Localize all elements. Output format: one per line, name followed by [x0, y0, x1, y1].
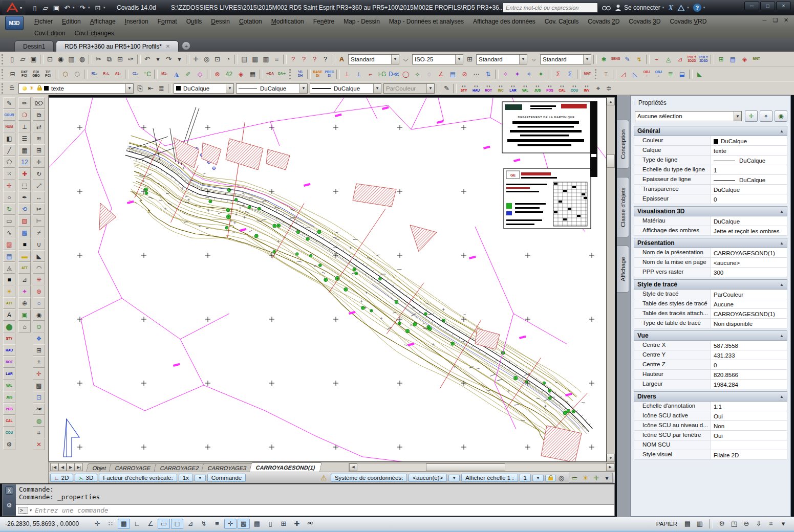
cells-icon[interactable]: ▤: [251, 519, 263, 529]
chevron-down-icon[interactable]: ▼: [299, 84, 307, 93]
tray-caret-icon[interactable]: ▾: [778, 519, 789, 529]
collapse-icon[interactable]: ▲: [780, 209, 784, 214]
rect2-icon[interactable]: ⬚: [18, 180, 31, 191]
property-value[interactable]: Aucune: [711, 299, 787, 308]
minimize-button[interactable]: ─: [744, 2, 759, 10]
offset-icon[interactable]: ≋: [33, 132, 45, 144]
grid-icon[interactable]: ⊞: [715, 53, 727, 65]
snap-icon[interactable]: ✛: [91, 519, 103, 529]
toolbar-grip[interactable]: [2, 54, 5, 64]
cour-icon[interactable]: COUR: [3, 109, 15, 121]
jus-text-icon[interactable]: JUS: [3, 391, 15, 403]
ucs2-icon[interactable]: ○: [33, 297, 45, 309]
sketch-icon[interactable]: ✐: [182, 68, 194, 80]
zfet2-icon[interactable]: Z=ƒ: [304, 519, 316, 529]
property-value[interactable]: DuCalque: [711, 175, 787, 184]
preview-icon[interactable]: ◉: [55, 54, 66, 65]
table-style-icon[interactable]: ⊞: [464, 54, 475, 65]
point-topo-icon[interactable]: ⬡: [59, 68, 71, 80]
mirror-icon[interactable]: ⇄: [33, 121, 45, 132]
command-mode-button[interactable]: Commande: [207, 474, 246, 482]
pen3-icon[interactable]: ✒: [18, 191, 31, 203]
extend-icon[interactable]: ⊢: [33, 215, 45, 227]
layer-properties-icon[interactable]: ≞: [7, 83, 17, 94]
dim-style-icon[interactable]: ⌵: [400, 54, 411, 65]
property-value[interactable]: DuCalque: [711, 216, 787, 226]
att-icon[interactable]: ATT: [3, 297, 15, 309]
att2-icon[interactable]: ATT: [18, 262, 31, 274]
home-icon[interactable]: ⌂: [18, 321, 31, 332]
poly-2d3d-icon[interactable]: POLY 2D3D: [698, 53, 710, 65]
profil-3d-icon[interactable]: ◬: [662, 53, 674, 65]
exchange-x-logo[interactable]: X: [668, 4, 673, 12]
first-tab-icon[interactable]: |◀: [50, 463, 58, 471]
pt-d-icon[interactable]: ✦: [535, 68, 547, 80]
scroll-up-icon[interactable]: ▲: [607, 97, 615, 105]
chamfer-icon[interactable]: ◣: [33, 250, 45, 262]
da-import-icon[interactable]: ➔DA: [264, 68, 276, 80]
fields-icon[interactable]: ≡: [271, 54, 282, 65]
menu-affichage-des-donn-es[interactable]: Affichage des données: [468, 18, 540, 25]
point-icon[interactable]: ⬡: [71, 68, 83, 80]
solid-icon[interactable]: ■: [3, 274, 15, 285]
cou-text-icon[interactable]: COU: [3, 427, 15, 438]
cells2-icon[interactable]: ⌗: [33, 427, 45, 438]
layout-tab-carroyage3[interactable]: CARROYAGE3: [202, 463, 253, 472]
transparency-icon[interactable]: ▩: [238, 519, 250, 529]
layer-states-icon[interactable]: ≣: [156, 83, 167, 94]
vscroll-thumb[interactable]: [607, 154, 615, 168]
help-icon[interactable]: ?: [320, 54, 331, 65]
listing-icon[interactable]: ⌶: [600, 68, 612, 80]
circle2-icon[interactable]: ❍: [18, 109, 31, 121]
lar-text-icon[interactable]: LAR: [3, 368, 15, 380]
bulb-icon[interactable]: ☀: [580, 472, 591, 483]
layer-lock-icon[interactable]: [37, 87, 42, 91]
table-style-combo[interactable]: Standard▼: [476, 54, 527, 64]
property-value[interactable]: 1: [711, 165, 787, 174]
hscroll-thumb[interactable]: [426, 463, 505, 471]
draw-pen-icon[interactable]: ✎: [621, 53, 633, 65]
star-icon[interactable]: ✦: [18, 285, 31, 297]
close2-icon[interactable]: ✕: [33, 438, 45, 450]
qat-menu-icon[interactable]: ▾: [103, 6, 108, 10]
menu-fen-tre[interactable]: Fenêtre: [309, 18, 339, 25]
polar-icon[interactable]: ∠: [144, 519, 157, 529]
property-value[interactable]: 587.3558: [711, 341, 787, 350]
layers3-icon[interactable]: ≣: [664, 68, 676, 80]
mode-2d-button[interactable]: ∟2D: [50, 474, 73, 482]
gear-icon[interactable]: ⚙: [3, 438, 15, 450]
sigma2-icon[interactable]: Σ: [564, 68, 576, 80]
array-icon[interactable]: ⊞: [33, 144, 45, 156]
toolbar-grip[interactable]: [289, 69, 293, 79]
zoom-previous-icon[interactable]: ◔: [223, 54, 233, 65]
mleader-style-combo[interactable]: Standard▼: [540, 54, 591, 64]
stretch-icon[interactable]: ↔: [33, 191, 45, 203]
workspace-badge[interactable]: M3D: [5, 16, 24, 30]
property-value[interactable]: Non: [711, 421, 787, 430]
help-icon[interactable]: ?: [298, 54, 309, 65]
vertical-scale-value[interactable]: 1x: [179, 474, 193, 482]
scroll-right-icon[interactable]: ▶: [606, 463, 614, 471]
obj-up-icon[interactable]: OBJ ↑: [641, 68, 653, 80]
select-objects-button[interactable]: ⌖: [760, 110, 772, 122]
inv-text-icon[interactable]: ◖◗INV: [581, 82, 593, 95]
layer-check-icon[interactable]: ≔: [569, 472, 580, 483]
property-value[interactable]: 1:1: [711, 402, 787, 411]
spline-icon[interactable]: ∿: [3, 227, 15, 238]
undo-icon[interactable]: ↶: [62, 3, 72, 13]
table2-icon[interactable]: ▤: [447, 68, 459, 80]
sign-in-link[interactable]: Se connecter: [624, 4, 660, 11]
horizontal-scrollbar[interactable]: ◀ ▶: [349, 463, 615, 472]
mdi-close-button[interactable]: ✕: [782, 17, 790, 24]
property-value[interactable]: <aucune>: [711, 258, 787, 267]
dk-icon[interactable]: D≪: [388, 68, 400, 80]
menu-cov-echanges[interactable]: Cov.Echanges: [70, 30, 119, 37]
tif-pci-icon[interactable]: TIF PCI: [42, 68, 54, 80]
gdh2-icon[interactable]: ⊦G: [376, 68, 388, 80]
menu-cotation[interactable]: Cotation: [234, 18, 267, 25]
globe-icon[interactable]: ◍: [77, 54, 88, 65]
zfet-icon[interactable]: Z=f: [33, 403, 45, 415]
publish-icon[interactable]: ▥: [66, 54, 77, 65]
chevron-down-icon[interactable]: ▼: [125, 84, 133, 93]
redo-icon[interactable]: ↷: [77, 3, 88, 13]
